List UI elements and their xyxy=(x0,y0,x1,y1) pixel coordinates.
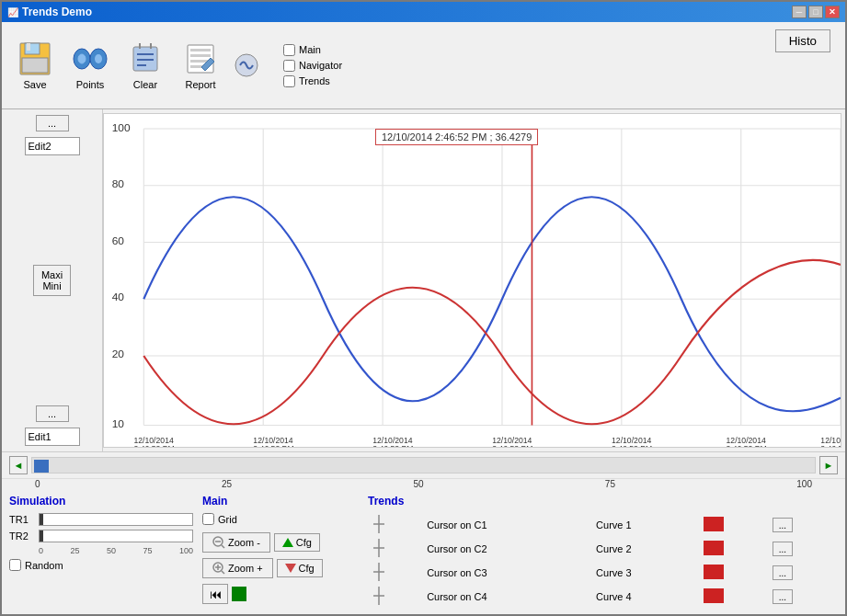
svg-text:2:46:52 PM: 2:46:52 PM xyxy=(492,444,532,447)
tr2-fill xyxy=(40,530,43,542)
tr2-label: TR2 xyxy=(9,530,35,542)
points-button[interactable]: Points xyxy=(63,29,118,102)
tr1-slider[interactable] xyxy=(39,513,193,526)
curve4-color xyxy=(704,588,724,603)
navigator-checkbox-row: Navigator xyxy=(283,60,342,72)
svg-text:12/10/2014: 12/10/2014 xyxy=(133,436,174,445)
tr2-slider[interactable] xyxy=(39,530,193,542)
extra-button[interactable] xyxy=(228,29,265,102)
curve3-color xyxy=(704,565,724,579)
scrollbar-area: ◄ ► xyxy=(2,452,845,479)
curve4-options-button[interactable]: ... xyxy=(773,589,793,604)
scale-50: 50 xyxy=(413,479,423,489)
svg-text:12/10/2014: 12/10/2014 xyxy=(372,436,413,445)
maximize-button[interactable]: □ xyxy=(808,6,823,18)
main-checkbox[interactable] xyxy=(283,44,295,56)
save-icon xyxy=(17,40,53,77)
clear-button[interactable]: Clear xyxy=(118,29,173,102)
cursor-c3-icon xyxy=(372,563,386,581)
curve2-options-button[interactable]: ... xyxy=(773,542,793,556)
cursor-c4-label[interactable]: Cursor on C4 xyxy=(423,585,592,609)
edit1-dots-button[interactable]: ... xyxy=(36,405,69,422)
svg-text:2:46:52 PM: 2:46:52 PM xyxy=(612,444,652,447)
cfg-top-button[interactable]: Cfg xyxy=(274,533,320,552)
edit1-input[interactable] xyxy=(25,428,80,446)
svg-text:2:46:52 PM: 2:46:52 PM xyxy=(253,444,293,447)
tr1-row: TR1 xyxy=(9,513,193,526)
cursor-c1-label[interactable]: Cursor on C1 xyxy=(423,513,592,537)
edit2-dots-button[interactable]: ... xyxy=(36,115,69,131)
skip-begin-button[interactable]: ⏮ xyxy=(202,584,228,604)
scrollbar-thumb[interactable] xyxy=(34,460,49,473)
zoom-minus-row: Zoom - Cfg xyxy=(202,532,359,553)
title-icon: 📈 xyxy=(7,7,18,17)
save-button[interactable]: Save xyxy=(7,29,63,102)
svg-text:40: 40 xyxy=(112,291,125,303)
grid-label: Grid xyxy=(218,514,237,525)
random-label: Random xyxy=(25,560,63,571)
curve1-options-button[interactable]: ... xyxy=(773,518,793,532)
left-panel: ... MaxiMini ... xyxy=(2,109,103,451)
points-icon xyxy=(72,40,109,77)
curve3-options-button[interactable]: ... xyxy=(773,565,793,580)
scrollbar-track[interactable] xyxy=(31,457,816,473)
points-label: Points xyxy=(76,79,105,90)
scale-marks: 0 25 50 75 100 xyxy=(33,479,814,489)
navigator-checkbox[interactable] xyxy=(283,60,295,72)
curve1-color xyxy=(704,517,724,531)
report-label: Report xyxy=(185,79,215,90)
zoom-minus-icon xyxy=(212,536,225,549)
main-title: Main xyxy=(202,495,359,508)
random-checkbox[interactable] xyxy=(9,559,21,571)
simulation-section: Simulation TR1 TR2 0 25 50 xyxy=(9,495,193,609)
svg-text:2:46:52 PM: 2:46:52 PM xyxy=(133,444,174,447)
scale-row: 0 25 50 75 100 xyxy=(2,479,845,489)
cursor-c2-label[interactable]: Cursor on C2 xyxy=(423,537,592,561)
close-button[interactable]: ✕ xyxy=(825,6,840,18)
title-bar: 📈 Trends Demo ─ □ ✕ xyxy=(2,2,845,22)
grid-checkbox[interactable] xyxy=(202,513,214,525)
edit2-input[interactable] xyxy=(25,137,80,155)
svg-text:2:46:52: 2:46:52 xyxy=(820,444,841,447)
svg-text:80: 80 xyxy=(112,177,125,190)
chart-area: 12/10/2014 2:46:52 PM ; 36.4279 100 80 6… xyxy=(103,113,841,448)
title-bar-controls: ─ □ ✕ xyxy=(792,6,840,18)
zoom-plus-icon xyxy=(212,562,225,575)
curve2-color xyxy=(704,541,724,555)
svg-text:12/10/2: 12/10/2 xyxy=(820,436,841,445)
scale-0: 0 xyxy=(35,479,40,489)
slider-scale: 0 25 50 75 100 xyxy=(39,546,193,555)
minimize-button[interactable]: ─ xyxy=(792,6,807,18)
maxi-mini-button[interactable]: MaxiMini xyxy=(33,265,71,296)
view-checkboxes: Main Navigator Trends xyxy=(283,44,342,87)
svg-text:12/10/2014: 12/10/2014 xyxy=(492,436,532,445)
navigator-checkbox-label: Navigator xyxy=(299,60,342,71)
svg-text:2:46:52 PM: 2:46:52 PM xyxy=(372,444,413,447)
up-arrow-icon xyxy=(282,538,293,547)
zoom-minus-button[interactable]: Zoom - xyxy=(202,532,270,553)
svg-rect-16 xyxy=(190,49,211,51)
tr1-fill xyxy=(40,514,43,525)
scale-25: 25 xyxy=(222,479,232,489)
svg-rect-3 xyxy=(22,58,48,73)
cursor-c3-label[interactable]: Cursor on C3 xyxy=(423,561,592,585)
scale-100: 100 xyxy=(796,479,812,489)
controls-row: Simulation TR1 TR2 0 25 50 xyxy=(2,489,845,614)
svg-text:2:46:52 PM: 2:46:52 PM xyxy=(727,444,767,447)
cursor-c4-icon xyxy=(372,587,386,605)
svg-text:10: 10 xyxy=(112,417,125,430)
cfg-bottom-button[interactable]: Cfg xyxy=(277,559,323,577)
histo-button[interactable]: Histo xyxy=(775,29,830,52)
tr1-label: TR1 xyxy=(9,514,35,525)
trends-checkbox[interactable] xyxy=(283,75,295,87)
window-title: Trends Demo xyxy=(22,6,92,18)
main-checkbox-label: Main xyxy=(299,44,321,55)
scroll-right-button[interactable]: ► xyxy=(819,456,838,474)
clear-icon xyxy=(127,40,164,77)
trends-checkbox-row: Trends xyxy=(283,75,342,87)
report-button[interactable]: Report xyxy=(173,29,228,102)
zoom-plus-button[interactable]: Zoom + xyxy=(202,558,273,578)
main-content: ... MaxiMini ... 12/10/2014 2:46:52 PM ;… xyxy=(2,109,845,451)
trend-row-3: Cursor on C3 Curve 3 ... xyxy=(368,561,838,585)
scroll-left-button[interactable]: ◄ xyxy=(9,456,28,474)
